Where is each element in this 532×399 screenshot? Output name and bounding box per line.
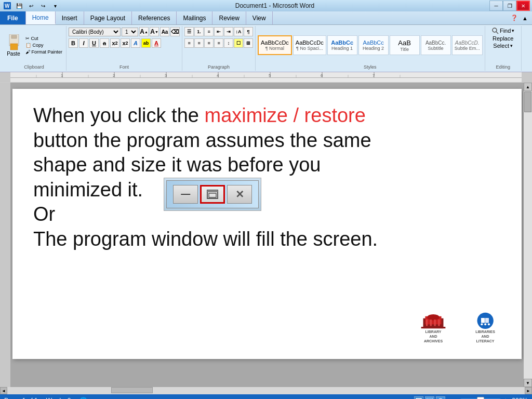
underline-button[interactable]: U: [89, 38, 99, 48]
h-scroll-track[interactable]: [7, 387, 525, 394]
style-title[interactable]: AaB Title: [390, 35, 420, 55]
decrease-indent-button[interactable]: ⇤: [214, 27, 223, 36]
font-size-select[interactable]: 11: [122, 28, 138, 36]
tab-insert[interactable]: Insert: [56, 11, 84, 24]
web-layout-button[interactable]: [436, 396, 445, 399]
justify-button[interactable]: ≡: [214, 38, 223, 48]
text-before-red: When you click the: [33, 104, 204, 126]
zoom-thumb[interactable]: [477, 397, 484, 399]
sort-button[interactable]: ↕A: [234, 27, 243, 36]
find-dropdown[interactable]: ▾: [512, 28, 514, 33]
paragraph-group: ☰ 1. ≡ ⇤ ⇥ ↕A ¶ ≡ ≡ ≡ ≡ ↕ ☐ ⊞: [182, 26, 256, 71]
paste-button[interactable]: Paste: [4, 33, 23, 58]
bold-button[interactable]: B: [69, 38, 78, 48]
svg-line-6: [496, 32, 498, 34]
taskbar-minimize-button[interactable]: —: [173, 185, 198, 204]
svg-rect-38: [426, 320, 428, 326]
align-center-button[interactable]: ≡: [194, 38, 204, 48]
help-icon[interactable]: ❓: [511, 15, 518, 21]
scroll-down-button[interactable]: ▼: [524, 379, 532, 387]
clear-formatting-button[interactable]: ⌫: [170, 27, 180, 36]
clipboard-label: Clipboard: [4, 63, 64, 70]
zoom-in-button[interactable]: +: [503, 396, 508, 399]
numbering-button[interactable]: 1.: [194, 27, 204, 36]
text-effects-button[interactable]: A: [131, 38, 140, 48]
svg-text:2: 2: [113, 73, 115, 78]
document-page: When you click the maximize / restore bu…: [12, 89, 522, 359]
document-content: When you click the maximize / restore bu…: [33, 103, 501, 251]
scroll-up-button[interactable]: ▲: [524, 83, 532, 91]
select-button[interactable]: Select: [493, 43, 509, 49]
font-label: Font: [69, 63, 180, 70]
taskbar-close-button[interactable]: ✕: [227, 185, 252, 204]
tab-file[interactable]: File: [0, 11, 26, 24]
save-qat-button[interactable]: 💾: [14, 1, 24, 10]
restore-button[interactable]: ❐: [503, 1, 516, 11]
library-logo-text: LIBRARYANDARCHIVES: [424, 329, 443, 343]
cut-button[interactable]: ✂ Cut: [24, 35, 64, 42]
style-heading2[interactable]: AaBbCc Heading 2: [358, 35, 389, 55]
redo-button[interactable]: ↪: [38, 1, 48, 10]
bullets-button[interactable]: ☰: [184, 27, 194, 36]
subscript-button[interactable]: x2: [110, 38, 119, 48]
svg-point-47: [484, 323, 486, 325]
undo-button[interactable]: ↩: [26, 1, 36, 10]
scroll-thumb[interactable]: [524, 91, 531, 112]
style-normal[interactable]: AaBbCcDc ¶ Normal: [258, 35, 292, 55]
copy-button[interactable]: 📋 Copy: [24, 42, 64, 48]
ribbon-collapse-icon[interactable]: ▲: [522, 15, 528, 21]
tab-home[interactable]: Home: [26, 11, 56, 24]
style-no-spacing[interactable]: AaBbCcDc ¶ No Spaci...: [293, 35, 326, 55]
align-left-button[interactable]: ≡: [184, 38, 194, 48]
tab-page-layout[interactable]: Page Layout: [84, 11, 132, 24]
format-painter-button[interactable]: 🖌 Format Painter: [24, 49, 64, 55]
font-shrink-button[interactable]: A▼: [150, 27, 159, 36]
text-or: Or: [33, 203, 55, 225]
svg-point-5: [493, 28, 497, 32]
borders-button[interactable]: ⊞: [244, 38, 253, 48]
superscript-button[interactable]: x2: [121, 38, 130, 48]
italic-button[interactable]: I: [79, 38, 88, 48]
print-layout-button[interactable]: [414, 396, 423, 399]
font-color-button[interactable]: A: [152, 38, 161, 48]
style-subtle-em[interactable]: AaBbCcD. Subtle Em...: [452, 35, 483, 55]
strikethrough-button[interactable]: a: [100, 38, 109, 48]
scroll-track[interactable]: [524, 91, 532, 379]
tab-review[interactable]: Review: [212, 11, 246, 24]
change-case-button[interactable]: Aa: [160, 27, 169, 36]
select-dropdown[interactable]: ▾: [510, 43, 513, 48]
svg-rect-41: [438, 320, 440, 326]
taskbar-maximize-button[interactable]: [200, 185, 225, 204]
replace-button[interactable]: Replace: [493, 35, 513, 42]
svg-text:6: 6: [321, 73, 323, 78]
window-buttons-image: — ✕: [164, 178, 261, 211]
close-button[interactable]: ✕: [516, 1, 530, 11]
multilevel-button[interactable]: ≡: [204, 27, 214, 36]
align-right-button[interactable]: ≡: [204, 38, 214, 48]
minimize-button[interactable]: ─: [489, 1, 503, 11]
font-family-select[interactable]: Calibri (Body): [69, 28, 121, 36]
literacy-logo-text: LIBRARIESANDLITERACY: [475, 329, 495, 343]
style-subtitle[interactable]: AaBbCc. Subtitle: [421, 35, 451, 55]
customize-qat-button[interactable]: ▾: [50, 1, 60, 10]
increase-indent-button[interactable]: ⇥: [224, 27, 233, 36]
tab-mailings[interactable]: Mailings: [177, 11, 212, 24]
shading-button[interactable]: ☐: [234, 38, 243, 48]
tab-references[interactable]: References: [132, 11, 177, 24]
find-button[interactable]: Find: [500, 28, 511, 34]
style-heading1[interactable]: AaBbCc Heading 1: [327, 35, 357, 55]
font-grow-button[interactable]: A▲: [139, 27, 149, 36]
horizontal-scrollbar[interactable]: ◄ ►: [0, 387, 532, 394]
show-hide-button[interactable]: ¶: [244, 27, 253, 36]
line-spacing-button[interactable]: ↕: [224, 38, 233, 48]
tab-view[interactable]: View: [246, 11, 273, 24]
h-scroll-thumb[interactable]: [111, 387, 153, 393]
zoom-out-button[interactable]: −: [454, 396, 458, 399]
styles-content: AaBbCcDc ¶ Normal AaBbCcDc ¶ No Spaci...…: [258, 27, 483, 63]
full-screen-button[interactable]: [425, 396, 434, 399]
scroll-right-button[interactable]: ►: [525, 387, 532, 394]
text-highlight-button[interactable]: ab: [141, 38, 151, 48]
vertical-scrollbar[interactable]: ▲ ▼: [524, 83, 532, 387]
ruler: 1 2 3 4 5 6 7: [10, 72, 522, 82]
scroll-left-button[interactable]: ◄: [0, 387, 7, 394]
